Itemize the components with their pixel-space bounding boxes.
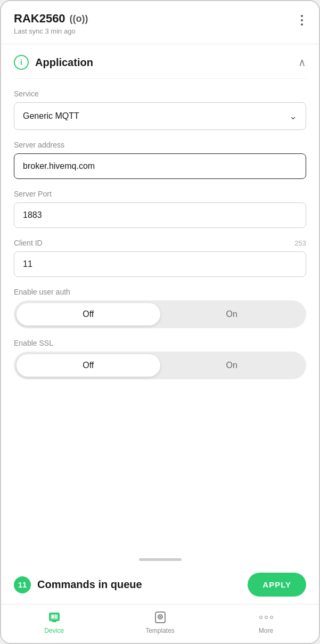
device-tab-icon xyxy=(47,610,62,625)
client-id-label: Client ID xyxy=(14,239,43,247)
commands-left: 11 Commands in queue xyxy=(14,576,142,593)
toggle-off-option[interactable]: Off xyxy=(17,303,160,325)
enable-user-auth-field-group: Enable user auth Off On xyxy=(14,288,306,328)
header: RAK2560 ((o)) Last sync 3 min ago xyxy=(1,1,319,44)
more-tab-icon xyxy=(259,610,274,625)
server-port-label: Server Port xyxy=(14,190,306,198)
tab-templates-label: Templates xyxy=(145,627,175,634)
collapse-button[interactable]: ∧ xyxy=(298,56,306,69)
service-select[interactable]: Generic MQTT ⌄ xyxy=(14,102,306,130)
info-icon: i xyxy=(14,55,29,70)
phone-frame: RAK2560 ((o)) Last sync 3 min ago i Appl… xyxy=(0,0,320,644)
header-left: RAK2560 ((o)) Last sync 3 min ago xyxy=(14,12,88,35)
chevron-down-icon: ⌄ xyxy=(289,110,297,122)
client-id-label-row: Client ID 253 xyxy=(14,239,306,247)
more-tab-dot-3 xyxy=(270,616,273,619)
toggle-on-option[interactable]: On xyxy=(160,303,304,325)
client-id-counter: 253 xyxy=(294,239,306,247)
service-value: Generic MQTT xyxy=(23,111,79,121)
last-sync: Last sync 3 min ago xyxy=(14,27,88,35)
more-tab-dot-1 xyxy=(259,616,262,619)
more-dot-2 xyxy=(301,19,303,21)
enable-user-auth-label: Enable user auth xyxy=(14,288,306,296)
commands-row: 11 Commands in queue APPLY xyxy=(1,565,319,605)
scroll-bar xyxy=(139,558,182,561)
section-header: i Application ∧ xyxy=(14,44,306,79)
templates-tab-icon xyxy=(153,610,168,625)
user-auth-toggle[interactable]: Off On xyxy=(14,300,306,328)
svg-rect-2 xyxy=(52,615,54,618)
tab-device[interactable]: Device xyxy=(33,610,76,634)
server-port-field-group: Server Port xyxy=(14,190,306,228)
ssl-toggle-off-option[interactable]: Off xyxy=(17,354,160,377)
more-dot-3 xyxy=(301,23,303,26)
server-address-field-group: Server address xyxy=(14,141,306,179)
device-title: RAK2560 ((o)) xyxy=(14,12,88,26)
client-id-input[interactable] xyxy=(14,251,306,277)
svg-rect-5 xyxy=(52,621,56,622)
section-title: Application xyxy=(35,56,93,69)
server-port-input[interactable] xyxy=(14,202,306,228)
service-label: Service xyxy=(14,89,306,98)
client-id-field-group: Client ID 253 xyxy=(14,239,306,277)
svg-rect-3 xyxy=(55,615,57,616)
server-address-label: Server address xyxy=(14,141,306,149)
svg-rect-4 xyxy=(55,617,57,618)
commands-badge: 11 xyxy=(14,576,31,593)
tab-templates[interactable]: Templates xyxy=(139,610,182,634)
more-tab-dot-2 xyxy=(265,616,268,619)
commands-label: Commands in queue xyxy=(37,578,142,591)
scroll-indicator xyxy=(1,552,319,565)
ssl-toggle[interactable]: Off On xyxy=(14,352,306,379)
server-address-input[interactable] xyxy=(14,153,306,179)
main-section: i Application ∧ Service Generic MQTT ⌄ S… xyxy=(1,44,319,552)
tab-bar: Device Templates xyxy=(1,605,319,643)
apply-button[interactable]: APPLY xyxy=(248,573,306,597)
more-options-button[interactable] xyxy=(298,12,306,29)
section-header-left: i Application xyxy=(14,55,93,70)
ssl-toggle-on-option[interactable]: On xyxy=(160,354,304,377)
device-name: RAK2560 xyxy=(14,12,65,26)
enable-ssl-field-group: Enable SSL Off On xyxy=(14,339,306,379)
enable-ssl-label: Enable SSL xyxy=(14,339,306,347)
service-field-group: Service Generic MQTT ⌄ xyxy=(14,89,306,130)
more-dot-1 xyxy=(301,15,303,17)
wifi-icon: ((o)) xyxy=(70,13,88,25)
tab-more[interactable]: More xyxy=(245,610,288,634)
tab-device-label: Device xyxy=(44,627,64,634)
tab-more-label: More xyxy=(259,627,273,634)
more-dots-container xyxy=(259,616,273,619)
